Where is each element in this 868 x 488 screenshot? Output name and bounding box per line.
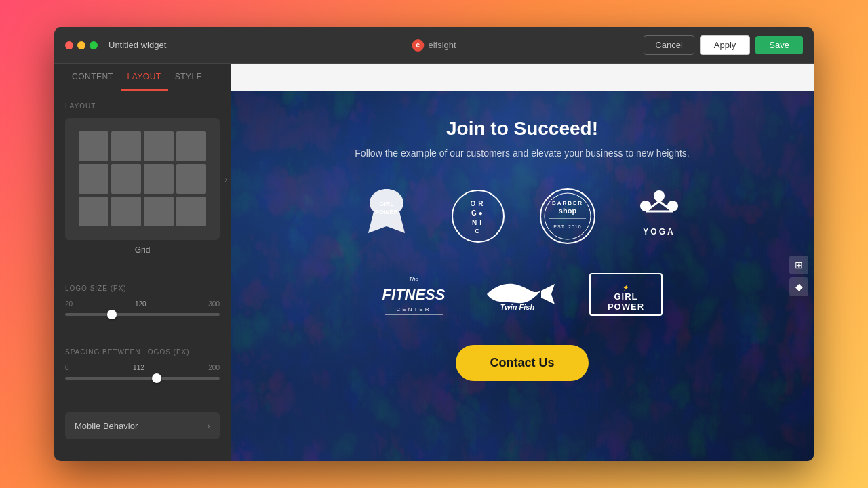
main-area: CONTENT LAYOUT STYLE LAYOUT (54, 64, 814, 461)
elfsight-label: elfsight (428, 40, 456, 50)
chevron-right-icon: › (207, 420, 210, 431)
titlebar-actions: Cancel Apply Save (644, 35, 803, 55)
grid-cell (176, 197, 206, 226)
svg-text:YOGA: YOGA (643, 227, 675, 237)
grid-cell (176, 131, 206, 161)
logo-size-min: 20 (65, 300, 73, 308)
yoga-svg: YOGA (631, 186, 688, 247)
app-window: Untitled widget e elfsight Cancel Apply … (54, 27, 814, 461)
logo-size-value: 120 (135, 300, 146, 308)
svg-point-14 (654, 190, 665, 201)
grid-cell (79, 197, 108, 226)
paint-icon[interactable]: ◆ (789, 277, 808, 296)
grid-cell (111, 131, 141, 161)
spacing-label: SPACING BETWEEN LOGOS (PX) (65, 348, 220, 356)
svg-text:POWER: POWER (375, 209, 399, 216)
svg-text:GIRL: GIRL (614, 291, 637, 302)
logo-fitness: The FITNESS CENTER (382, 267, 446, 321)
svg-text:C: C (475, 228, 481, 235)
spacing-section: SPACING BETWEEN LOGOS (PX) 0 112 200 (54, 338, 231, 401)
minimize-button[interactable] (77, 41, 85, 49)
logo-yoga: YOGA (631, 186, 688, 247)
barber-svg: BARBER shop EST. 2010 (539, 188, 597, 245)
grid-cell (144, 164, 174, 194)
logo-organic: OR G● NI C (451, 186, 505, 247)
svg-text:shop: shop (559, 207, 577, 215)
spacing-track[interactable] (65, 377, 220, 380)
svg-text:EST. 2010: EST. 2010 (553, 224, 581, 229)
spacing-thumb[interactable] (152, 373, 161, 383)
preview-content: Join to Succeed! Follow the example of o… (231, 91, 814, 461)
grid-cell (111, 197, 141, 226)
svg-text:POWER: POWER (607, 302, 644, 312)
preview-toolbar (231, 64, 814, 91)
elfsight-icon: e (412, 39, 424, 52)
sidebar: CONTENT LAYOUT STYLE LAYOUT (54, 64, 231, 461)
maximize-button[interactable] (90, 41, 98, 49)
layout-arrow[interactable]: › (224, 174, 228, 184)
contact-us-button[interactable]: Contact Us (456, 345, 588, 381)
svg-text:The: The (409, 276, 418, 282)
tab-content[interactable]: CONTENT (65, 64, 121, 91)
spacing-min: 0 (65, 364, 69, 371)
svg-text:OR: OR (471, 200, 486, 207)
tab-style[interactable]: STYLE (168, 64, 210, 91)
fitness-svg: The FITNESS CENTER (382, 267, 446, 321)
mobile-behavior-label: Mobile Behavior (75, 421, 138, 431)
logo-size-section: LOGO SIZE (PX) 20 120 300 (54, 274, 231, 338)
girl-power2-svg: ⚡ GIRL POWER (589, 272, 663, 317)
grid-cell (176, 164, 206, 194)
svg-point-8 (540, 189, 595, 243)
grid-cell (79, 164, 108, 194)
logo-size-label: LOGO SIZE (PX) (65, 285, 220, 292)
spacing-slider-header: 0 112 200 (65, 364, 220, 371)
preview-area: Join to Succeed! Follow the example of o… (231, 64, 814, 461)
logo-twin-fish: Twin Fish (480, 270, 555, 318)
layout-section: LAYOUT (54, 92, 231, 274)
svg-text:BARBER: BARBER (552, 200, 583, 206)
save-button[interactable]: Save (755, 36, 803, 54)
layout-grid-selector[interactable] (65, 118, 220, 240)
slider-header: 20 120 300 (65, 300, 220, 308)
grid-cell (144, 131, 174, 161)
svg-text:⚡: ⚡ (622, 284, 629, 291)
twin-fish-svg: Twin Fish (480, 270, 555, 318)
mobile-behavior-row[interactable]: Mobile Behavior › (65, 412, 220, 439)
logo-size-max: 300 (208, 300, 220, 308)
tab-layout[interactable]: LAYOUT (121, 64, 168, 91)
layout-type-label: Grid (65, 245, 220, 255)
organic-svg: OR G● NI C (451, 186, 505, 247)
elfsight-logo: e elfsight (412, 39, 456, 52)
girl-power-svg: GIRL POWER (356, 186, 417, 247)
svg-text:CENTER: CENTER (396, 306, 431, 312)
cancel-button[interactable]: Cancel (644, 35, 694, 55)
svg-text:GIRL: GIRL (379, 201, 394, 207)
svg-text:Twin Fish: Twin Fish (500, 303, 534, 311)
spacing-max: 200 (208, 364, 220, 371)
spacing-value: 112 (133, 364, 144, 371)
close-button[interactable] (65, 41, 73, 49)
logo-size-thumb[interactable] (107, 310, 117, 319)
grid-cell (144, 197, 174, 226)
preview-heading: Join to Succeed! (446, 118, 598, 140)
logo-barber: BARBER shop EST. 2010 (539, 188, 597, 245)
grid-cell (111, 164, 141, 194)
titlebar: Untitled widget e elfsight Cancel Apply … (54, 27, 814, 64)
logo-girl-power: GIRL POWER (356, 186, 417, 247)
sidebar-tabs: CONTENT LAYOUT STYLE (54, 64, 231, 92)
apply-button[interactable]: Apply (700, 35, 751, 55)
preview-side-icons: ⊞ ◆ (789, 256, 808, 296)
preview-inner: Join to Succeed! Follow the example of o… (231, 91, 814, 461)
desktop-icon[interactable]: ⊞ (789, 256, 808, 274)
logo-size-track[interactable] (65, 313, 220, 316)
layout-section-label: LAYOUT (65, 102, 220, 110)
logo-size-slider-section: 20 120 300 (65, 300, 220, 316)
mobile-behavior-section: Mobile Behavior › (54, 401, 231, 461)
preview-subtext: Follow the example of our customers and … (355, 148, 689, 159)
svg-text:NI: NI (472, 219, 484, 226)
traffic-lights (65, 41, 98, 49)
spacing-slider-section: 0 112 200 (65, 364, 220, 380)
svg-text:G●: G● (471, 209, 485, 217)
grid-cell (79, 131, 108, 161)
widget-title: Untitled widget (108, 40, 644, 50)
